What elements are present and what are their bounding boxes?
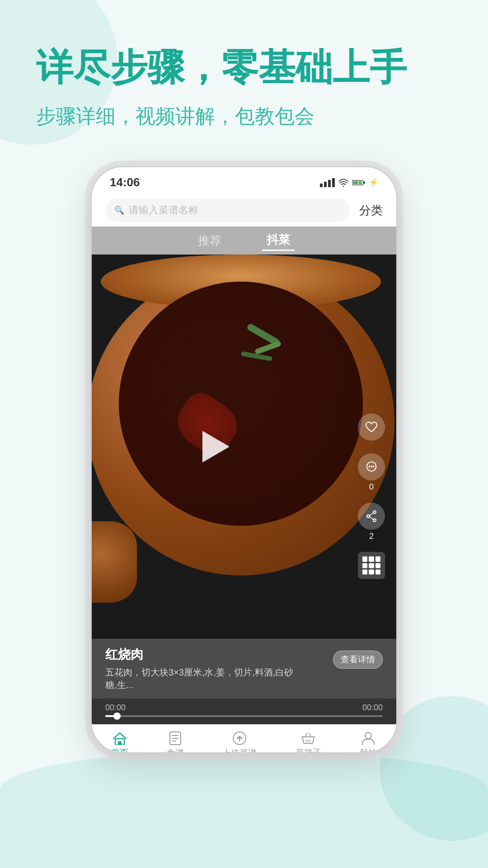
nav-basket[interactable]: 菜篮子 <box>296 731 321 754</box>
clay-pot-image <box>92 255 396 639</box>
svg-rect-2 <box>363 181 365 184</box>
detail-button[interactable]: 查看详情 <box>333 651 383 669</box>
search-bar[interactable]: 🔍 请输入菜谱名称 分类 <box>92 194 396 226</box>
grid-button[interactable] <box>358 552 385 579</box>
tab-doumai[interactable]: 抖菜 <box>262 230 295 251</box>
header-section: 详尽步骤，零基础上手 步骤详细，视频讲解，包教包会 <box>0 0 488 148</box>
comment-icon <box>358 453 385 481</box>
heart-icon <box>358 414 385 441</box>
search-icon: 🔍 <box>114 205 124 215</box>
svg-point-6 <box>369 466 371 467</box>
svg-point-11 <box>373 519 376 522</box>
wifi-icon <box>338 179 348 187</box>
video-area[interactable]: 0 2 <box>92 255 396 639</box>
nav-basket-label: 菜篮子 <box>296 747 321 754</box>
progress-track[interactable] <box>105 715 383 717</box>
progress-bar-area: 00:00 00:00 <box>92 698 396 724</box>
main-title: 详尽步骤，零基础上手 <box>36 45 452 90</box>
sub-title: 步骤详细，视频讲解，包教包会 <box>36 103 452 130</box>
status-bar: 14:06 <box>92 167 396 194</box>
status-time: 14:06 <box>110 175 140 189</box>
phone-mockup: 14:06 <box>90 166 398 754</box>
recipe-name: 红烧肉 <box>105 646 333 663</box>
like-button[interactable] <box>358 414 385 443</box>
svg-point-10 <box>367 515 370 518</box>
search-placeholder: 请输入菜谱名称 <box>129 203 198 217</box>
search-input[interactable]: 🔍 请输入菜谱名称 <box>105 198 350 222</box>
upload-icon <box>232 731 247 745</box>
progress-dot <box>113 712 121 720</box>
battery-icon <box>352 179 366 186</box>
recipe-icon <box>169 731 182 745</box>
recipe-desc: 五花肉，切大块3×3厘米,水,姜，切片,料酒,白砂糖,生... <box>105 666 304 691</box>
nav-recipe-label: 食谱 <box>167 747 184 754</box>
nav-recipe[interactable]: 食谱 <box>167 731 184 754</box>
phone-container: 14:06 <box>0 166 488 754</box>
nav-profile-label: 我的 <box>360 747 377 754</box>
svg-point-8 <box>373 466 375 467</box>
nav-profile[interactable]: 我的 <box>360 731 377 754</box>
comment-count: 0 <box>369 482 374 492</box>
svg-point-24 <box>365 732 371 739</box>
share-icon <box>358 503 385 530</box>
share-count: 2 <box>369 532 374 541</box>
time-start: 00:00 <box>105 703 126 712</box>
profile-icon <box>361 731 375 745</box>
nav-upload[interactable]: 上传菜谱 <box>222 731 257 754</box>
nav-upload-label: 上传菜谱 <box>222 747 257 754</box>
svg-line-12 <box>370 513 373 516</box>
progress-fill <box>105 715 114 717</box>
charging-icon: ⚡ <box>369 178 378 187</box>
svg-point-9 <box>373 511 376 514</box>
status-icons: ⚡ <box>320 178 378 187</box>
tab-bar: 推荐 抖菜 <box>92 226 396 255</box>
bottom-nav: 首页 食谱 上传菜谱 <box>92 724 396 754</box>
time-end: 00:00 <box>362 703 383 712</box>
nav-home-label: 首页 <box>111 747 128 754</box>
tab-recommend[interactable]: 推荐 <box>193 231 226 250</box>
share-button[interactable]: 2 <box>358 503 385 541</box>
grid-icon <box>358 552 385 579</box>
classify-button[interactable]: 分类 <box>359 203 383 218</box>
bg-wave <box>0 750 488 868</box>
comment-button[interactable]: 0 <box>358 453 385 492</box>
side-actions: 0 2 <box>358 414 385 579</box>
recipe-info: 红烧肉 五花肉，切大块3×3厘米,水,姜，切片,料酒,白砂糖,生... 查看详情 <box>92 639 396 698</box>
signal-icon <box>320 178 335 187</box>
nav-home[interactable]: 首页 <box>111 731 128 754</box>
basket-icon <box>301 731 315 745</box>
home-icon <box>113 731 127 745</box>
svg-rect-3 <box>353 181 362 184</box>
svg-point-0 <box>343 186 344 187</box>
svg-point-7 <box>371 466 372 467</box>
svg-rect-15 <box>118 741 122 745</box>
svg-line-13 <box>370 517 373 520</box>
play-button[interactable] <box>196 429 232 465</box>
